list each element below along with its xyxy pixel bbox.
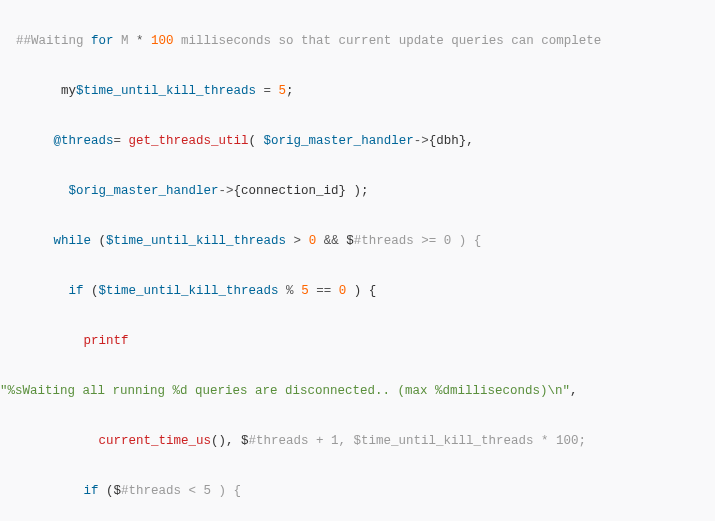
code-line: if ($#threads < 5 ) { [0,479,715,504]
code-line: my$time_until_kill_threads = 5; [0,79,715,104]
keyword: if [69,284,84,298]
comment-text: ##Waiting [16,34,91,48]
function-call: printf [84,334,129,348]
variable: $time_until_kill_threads [76,84,256,98]
code-line: if ($time_until_kill_threads % 5 == 0 ) … [0,279,715,304]
variable: @threads [54,134,114,148]
function-call: current_time_us [99,434,212,448]
code-line: current_time_us(), $#threads + 1, $time_… [0,429,715,454]
string-literal: "%sWaiting all running %d queries are di… [0,384,570,398]
code-line: printf [0,329,715,354]
keyword: for [91,34,114,48]
code-line: @threads= get_threads_util( $orig_master… [0,129,715,154]
code-line: ##Waiting for M * 100 milliseconds so th… [0,29,715,54]
code-line: "%sWaiting all running %d queries are di… [0,379,715,404]
keyword: while [54,234,92,248]
code-line: while ($time_until_kill_threads > 0 && $… [0,229,715,254]
code-block: ##Waiting for M * 100 milliseconds so th… [0,0,715,521]
code-line: $orig_master_handler->{connection_id} ); [0,179,715,204]
function-call: get_threads_util [129,134,249,148]
keyword: if [84,484,99,498]
